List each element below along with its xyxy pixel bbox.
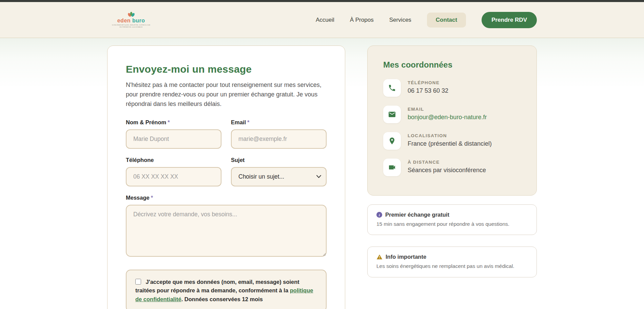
- coord-item-telephone: TÉLÉPHONE 06 17 53 60 32: [383, 79, 521, 97]
- message-textarea[interactable]: [126, 205, 327, 257]
- nom-label: Nom & Prénom*: [126, 119, 221, 126]
- coord-label: EMAIL: [408, 107, 487, 112]
- required-asterisk: *: [168, 119, 170, 125]
- logo-word-eden: eden: [117, 18, 131, 23]
- email-input[interactable]: [231, 129, 327, 149]
- consent-box: J'accepte que mes données (nom, email, m…: [126, 270, 327, 309]
- warning-icon: [376, 254, 383, 260]
- note-title: Premier échange gratuit: [385, 212, 449, 218]
- required-asterisk: *: [247, 119, 249, 125]
- contact-info-sidebar: Mes coordonnées TÉLÉPHONE 06 17 53 60 32: [367, 46, 537, 277]
- important-note-card: Info importante Les soins énergétiques n…: [367, 247, 537, 277]
- prendre-rdv-button[interactable]: Prendre RDV: [482, 12, 537, 28]
- sujet-label: Sujet: [231, 157, 327, 163]
- info-icon: i: [376, 212, 382, 218]
- telephone-label: Téléphone: [126, 157, 221, 163]
- form-title: Envoyez-moi un message: [126, 63, 327, 75]
- email-label: Email*: [231, 119, 327, 126]
- email-link[interactable]: bonjour@eden-buro-nature.fr: [408, 114, 487, 121]
- localisation-value: France (présentiel & distanciel): [408, 140, 492, 147]
- note-text: Les soins énergétiques ne remplacent pas…: [376, 262, 528, 270]
- coord-label: À DISTANCE: [408, 160, 486, 165]
- logo-tagline: SOINS ÉNERGÉTIQUES, BIEN-ÊTRE, SOPHROLOG…: [112, 24, 150, 28]
- phone-icon: [383, 79, 401, 97]
- brand-logo[interactable]: eden buro SOINS ÉNERGÉTIQUES, BIEN-ÊTRE,…: [112, 12, 150, 28]
- nom-input[interactable]: [126, 129, 221, 149]
- envelope-icon: [383, 106, 401, 123]
- map-pin-icon: [383, 132, 401, 150]
- note-title: Info importante: [386, 254, 426, 260]
- contact-form-card: Envoyez-moi un message N'hésitez pas à m…: [107, 46, 345, 309]
- page-content: Envoyez-moi un message N'hésitez pas à m…: [0, 38, 644, 309]
- telephone-input[interactable]: [126, 167, 221, 186]
- message-label: Message*: [126, 195, 327, 201]
- coordinates-title: Mes coordonnées: [383, 60, 521, 70]
- consent-text-post: . Données conservées 12 mois: [181, 296, 263, 302]
- distance-value: Séances par visioconférence: [408, 167, 486, 174]
- nav-item-services[interactable]: Services: [389, 17, 411, 23]
- logo-wordmark: eden buro: [117, 18, 145, 23]
- coord-label: TÉLÉPHONE: [408, 80, 448, 85]
- logo-word-buro: buro: [132, 18, 145, 23]
- coordinates-card: Mes coordonnées TÉLÉPHONE 06 17 53 60 32: [367, 46, 537, 196]
- nav-item-a-propos[interactable]: À Propos: [350, 17, 374, 23]
- main-navigation: Accueil À Propos Services Contact Prendr…: [316, 12, 537, 28]
- coord-item-localisation: LOCALISATION France (présentiel & distan…: [383, 132, 521, 150]
- consent-checkbox[interactable]: [135, 279, 141, 285]
- free-call-note-card: i Premier échange gratuit 15 min sans en…: [367, 204, 537, 235]
- consent-text-pre: J'accepte que mes données (nom, email, m…: [135, 279, 299, 294]
- leaf-logo-icon: [126, 12, 136, 18]
- nav-item-contact-active[interactable]: Contact: [427, 13, 466, 28]
- coord-item-email: EMAIL bonjour@eden-buro-nature.fr: [383, 106, 521, 123]
- note-text: 15 min sans engagement pour répondre à v…: [376, 220, 528, 228]
- nav-item-accueil[interactable]: Accueil: [316, 17, 334, 23]
- coord-label: LOCALISATION: [408, 133, 492, 138]
- required-asterisk: *: [151, 195, 153, 201]
- video-camera-icon: [383, 159, 401, 176]
- sujet-select[interactable]: Choisir un sujet...: [231, 167, 327, 186]
- coord-item-distance: À DISTANCE Séances par visioconférence: [383, 159, 521, 176]
- site-header: eden buro SOINS ÉNERGÉTIQUES, BIEN-ÊTRE,…: [0, 2, 644, 38]
- form-intro-text: N'hésitez pas à me contacter pour tout r…: [126, 80, 327, 109]
- phone-number: 06 17 53 60 32: [408, 87, 448, 94]
